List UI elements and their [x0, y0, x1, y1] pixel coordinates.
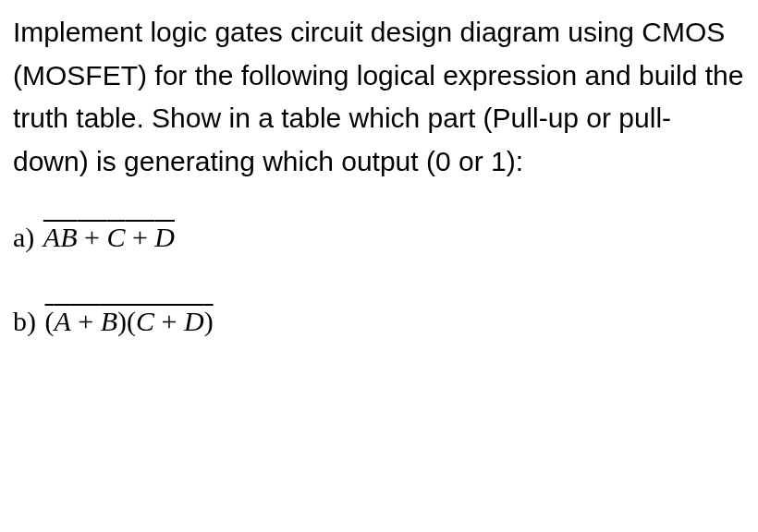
paren-open-1: ( — [45, 306, 55, 336]
op-plus-1b: + — [71, 306, 101, 336]
paren-close: ) — [204, 306, 214, 336]
var-d2: D — [184, 306, 204, 336]
part-a-label: a) — [13, 222, 42, 252]
part-b-label: b) — [13, 306, 43, 336]
part-b-expression: (A + B)(C + D) — [43, 306, 215, 336]
var-b: B — [101, 306, 117, 336]
part-a-expression: AB + C + D — [42, 222, 177, 252]
op-plus-1a: + — [77, 222, 106, 252]
var-ab: AB — [43, 222, 78, 252]
expression-b: b) (A + B)(C + D) — [13, 300, 745, 344]
var-a: A — [55, 306, 71, 336]
var-c2: C — [136, 306, 154, 336]
expression-a: a) AB + C + D — [13, 216, 745, 260]
paren-mid: )( — [117, 306, 136, 336]
op-plus-2a: + — [125, 222, 154, 252]
op-plus-2b: + — [154, 306, 184, 336]
var-c: C — [106, 222, 125, 252]
var-d: D — [154, 222, 175, 252]
problem-statement: Implement logic gates circuit design dia… — [13, 11, 745, 183]
